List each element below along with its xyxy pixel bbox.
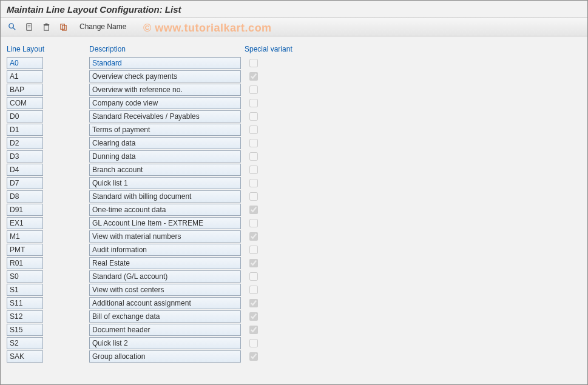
special-variant-checkbox[interactable] [249, 139, 258, 147]
line-layout-code[interactable] [7, 124, 43, 136]
line-layout-description[interactable] [89, 97, 241, 109]
line-layout-description[interactable] [89, 70, 241, 82]
special-variant-checkbox[interactable] [249, 152, 258, 161]
line-layout-description[interactable] [89, 230, 241, 243]
line-layout-code[interactable] [7, 190, 43, 203]
line-layout-description[interactable] [89, 284, 241, 296]
toolbar: Change Name [1, 18, 587, 36]
line-layout-code[interactable] [7, 137, 43, 149]
line-layout-description[interactable] [89, 350, 241, 363]
special-variant-checkbox[interactable] [249, 312, 258, 321]
delete-icon[interactable] [39, 20, 53, 33]
special-variant-checkbox[interactable] [249, 219, 258, 227]
layout-grid: Line Layout Description Special variant [7, 45, 581, 363]
line-layout-description[interactable] [89, 217, 241, 229]
create-icon[interactable] [22, 20, 36, 33]
special-variant-checkbox[interactable] [249, 166, 258, 174]
line-layout-description[interactable] [89, 244, 241, 256]
line-layout-code[interactable] [7, 70, 43, 82]
copy-icon[interactable] [56, 20, 70, 33]
line-layout-code[interactable] [7, 284, 43, 296]
special-variant-checkbox[interactable] [249, 126, 258, 134]
line-layout-code[interactable] [7, 230, 43, 243]
line-layout-description[interactable] [89, 257, 241, 269]
special-variant-checkbox[interactable] [249, 179, 258, 187]
line-layout-code[interactable] [7, 297, 43, 309]
line-layout-code[interactable] [7, 150, 43, 162]
line-layout-code[interactable] [7, 270, 43, 283]
line-layout-code[interactable] [7, 204, 43, 216]
special-variant-checkbox[interactable] [249, 192, 258, 201]
line-layout-code[interactable] [7, 310, 43, 323]
special-variant-checkbox[interactable] [249, 246, 258, 254]
col-header-description[interactable]: Description [89, 45, 241, 56]
special-variant-checkbox[interactable] [249, 99, 258, 107]
special-variant-checkbox[interactable] [249, 272, 258, 281]
line-layout-description[interactable] [89, 324, 241, 336]
special-variant-checkbox[interactable] [249, 339, 258, 347]
special-variant-checkbox[interactable] [249, 326, 258, 334]
line-layout-description[interactable] [89, 310, 241, 323]
special-variant-checkbox[interactable] [249, 59, 258, 67]
line-layout-description[interactable] [89, 110, 241, 122]
line-layout-code[interactable] [7, 164, 43, 176]
line-layout-code[interactable] [7, 110, 43, 122]
line-layout-description[interactable] [89, 204, 241, 216]
line-layout-code[interactable] [7, 97, 43, 109]
col-header-line-layout[interactable]: Line Layout [7, 45, 86, 56]
line-layout-description[interactable] [89, 124, 241, 136]
special-variant-checkbox[interactable] [249, 299, 258, 307]
special-variant-checkbox[interactable] [249, 85, 258, 94]
svg-line-1 [13, 27, 15, 30]
line-layout-description[interactable] [89, 57, 241, 69]
line-layout-code[interactable] [7, 337, 43, 349]
special-variant-checkbox[interactable] [249, 352, 258, 361]
change-name-button[interactable]: Change Name [77, 21, 129, 32]
page-title: Maintain Line Layout Configuration: List [1, 1, 587, 18]
line-layout-code[interactable] [7, 324, 43, 336]
line-layout-description[interactable] [89, 270, 241, 283]
line-layout-code[interactable] [7, 257, 43, 269]
special-variant-checkbox[interactable] [249, 259, 258, 267]
line-layout-code[interactable] [7, 57, 43, 69]
line-layout-description[interactable] [89, 84, 241, 96]
special-variant-checkbox[interactable] [249, 232, 258, 241]
line-layout-code[interactable] [7, 177, 43, 189]
line-layout-code[interactable] [7, 84, 43, 96]
line-layout-code[interactable] [7, 217, 43, 229]
col-header-special[interactable]: Special variant [245, 45, 329, 56]
line-layout-code[interactable] [7, 244, 43, 256]
special-variant-checkbox[interactable] [249, 72, 258, 81]
line-layout-description[interactable] [89, 137, 241, 149]
line-layout-description[interactable] [89, 177, 241, 189]
line-layout-description[interactable] [89, 337, 241, 349]
detail-icon[interactable] [5, 20, 19, 33]
line-layout-description[interactable] [89, 150, 241, 162]
special-variant-checkbox[interactable] [249, 112, 258, 121]
svg-rect-5 [44, 25, 49, 30]
line-layout-description[interactable] [89, 190, 241, 203]
line-layout-description[interactable] [89, 297, 241, 309]
line-layout-code[interactable] [7, 350, 43, 363]
line-layout-description[interactable] [89, 164, 241, 176]
special-variant-checkbox[interactable] [249, 286, 258, 294]
content: Line Layout Description Special variant [1, 36, 587, 369]
special-variant-checkbox[interactable] [249, 206, 258, 214]
svg-point-0 [8, 23, 13, 28]
